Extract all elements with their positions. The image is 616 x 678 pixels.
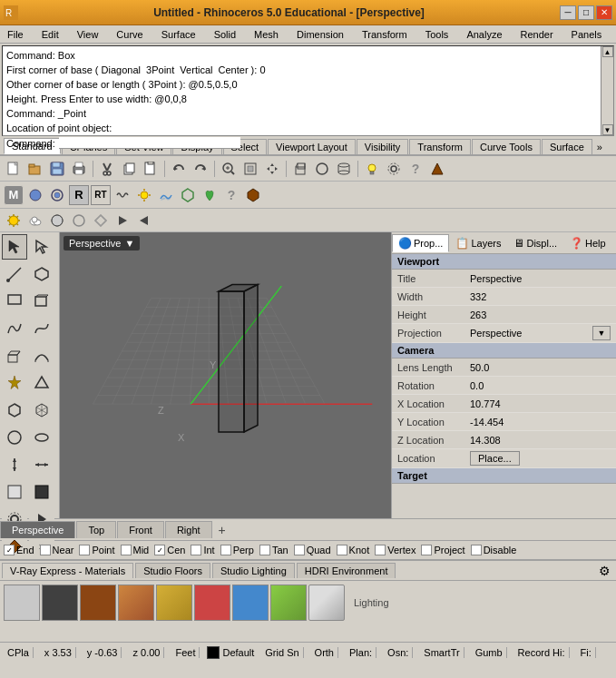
status-grid[interactable]: Grid Sn [261, 647, 303, 658]
vray-gear-button[interactable]: ⚙ [595, 562, 614, 580]
tb-m[interactable]: M [4, 185, 24, 205]
tb-undo[interactable] [169, 159, 189, 179]
menu-render[interactable]: Render [517, 28, 557, 41]
tb-water[interactable] [156, 185, 176, 205]
tool-polygon[interactable] [29, 261, 54, 287]
tool-rect4[interactable] [29, 479, 54, 505]
tb-cylinder[interactable] [334, 159, 354, 179]
mat-swatch-0[interactable] [4, 585, 40, 621]
status-filter[interactable]: Fi: [577, 647, 596, 658]
tb-play[interactable] [112, 211, 132, 231]
tb-cloud[interactable] [25, 211, 45, 231]
snap-vertex[interactable]: Vertex [375, 545, 416, 555]
vp-tab-right[interactable]: Right [165, 521, 212, 538]
tb-help2[interactable]: ? [221, 185, 241, 205]
tb-print[interactable] [69, 159, 89, 179]
tb-redo[interactable] [191, 159, 210, 179]
tb-copy[interactable] [119, 159, 139, 179]
tb-zoom[interactable] [219, 159, 239, 179]
properties-gear-button[interactable]: ⚙ [612, 234, 616, 252]
tb-diamond[interactable] [91, 211, 111, 231]
snap-end[interactable]: End [4, 545, 34, 555]
vp-tab-perspective[interactable]: Perspective [0, 521, 75, 538]
tool-select[interactable] [2, 234, 27, 260]
snap-project-checkbox[interactable] [421, 545, 432, 555]
tool-arrow-h[interactable] [29, 452, 54, 477]
viewport-perspective[interactable]: Perspective ▼ [60, 232, 391, 518]
menu-analyze[interactable]: Analyze [463, 28, 505, 41]
snap-int-checkbox[interactable] [191, 545, 201, 555]
prop-tab-display[interactable]: 🖥 Displ... [507, 234, 563, 252]
menu-tools[interactable]: Tools [422, 28, 453, 41]
snap-disable-checkbox[interactable] [471, 545, 482, 555]
tool-rect[interactable] [2, 289, 27, 314]
tb-pan[interactable] [262, 159, 282, 179]
tb-settings[interactable] [384, 159, 404, 179]
tool-circle[interactable] [2, 425, 27, 450]
tb-open[interactable] [25, 159, 45, 179]
menu-dimension[interactable]: Dimension [293, 28, 347, 41]
projection-dropdown[interactable]: ▼ [592, 326, 611, 340]
status-gumball[interactable]: Gumb [472, 647, 507, 658]
command-scrollbar[interactable]: ▲ ▼ [601, 46, 613, 135]
tool-select2[interactable] [29, 234, 54, 260]
menu-panels[interactable]: Panels [568, 28, 606, 41]
snap-tan-checkbox[interactable] [259, 545, 270, 555]
snap-quad-checkbox[interactable] [294, 545, 305, 555]
mat-swatch-7[interactable] [270, 585, 307, 621]
snap-perp-checkbox[interactable] [220, 545, 231, 555]
tb-ball[interactable] [47, 211, 67, 231]
tb-new[interactable] [4, 159, 24, 179]
tool-extrude2[interactable] [29, 343, 54, 368]
tb-paste[interactable] [141, 159, 161, 179]
tool-extrude[interactable] [2, 343, 27, 368]
minimize-button[interactable]: ─ [560, 5, 576, 20]
mat-swatch-8[interactable] [308, 585, 345, 621]
tb-help[interactable]: ? [406, 159, 425, 179]
tool-hex2[interactable] [29, 398, 54, 423]
tool-line[interactable] [2, 261, 27, 287]
menu-view[interactable]: View [73, 28, 103, 41]
tool-rect2[interactable] [29, 289, 54, 314]
tool-arrow-v[interactable] [2, 452, 27, 477]
snap-mid[interactable]: Mid [121, 545, 150, 555]
snap-perp[interactable]: Perp [220, 545, 254, 555]
snap-mid-checkbox[interactable] [121, 545, 132, 555]
vray-tab-lighting[interactable]: Studio Lighting [212, 563, 295, 578]
tb-circle3[interactable] [69, 211, 89, 231]
tb-rt[interactable]: RT [91, 185, 111, 205]
command-input[interactable] [59, 137, 240, 149]
tb-light[interactable] [362, 159, 382, 179]
mat-swatch-5[interactable] [194, 585, 230, 621]
snap-point-checkbox[interactable] [79, 545, 90, 555]
tb-box[interactable] [290, 159, 310, 179]
tb-sun2[interactable] [4, 211, 24, 231]
tb-cut[interactable] [97, 159, 117, 179]
viewport-label[interactable]: Perspective ▼ [64, 236, 140, 251]
tb-wavy[interactable] [112, 185, 132, 205]
tb-circle1[interactable] [25, 185, 45, 205]
mat-swatch-3[interactable] [118, 585, 154, 621]
snap-cen-checkbox[interactable] [154, 545, 165, 555]
mat-swatch-2[interactable] [80, 585, 116, 621]
maximize-button[interactable]: □ [578, 5, 594, 20]
vp-add-button[interactable]: + [213, 520, 231, 540]
menu-edit[interactable]: Edit [38, 28, 63, 41]
snap-point[interactable]: Point [79, 545, 114, 555]
snap-project[interactable]: Project [421, 545, 464, 555]
status-plan[interactable]: Plan: [346, 647, 376, 658]
snap-knot-checkbox[interactable] [337, 545, 347, 555]
snap-near-checkbox[interactable] [40, 545, 51, 555]
vp-tab-front[interactable]: Front [117, 521, 164, 538]
mat-swatch-6[interactable] [232, 585, 269, 621]
vray-tab-floors[interactable]: Studio Floors [135, 563, 210, 578]
mat-swatch-1[interactable] [42, 585, 78, 621]
snap-disable[interactable]: Disable [471, 545, 517, 555]
tb-hex2[interactable] [243, 185, 263, 205]
vray-tab-hdri[interactable]: HDRI Environment [297, 563, 396, 578]
menu-surface[interactable]: Surface [158, 28, 200, 41]
tb-save[interactable] [47, 159, 67, 179]
properties-scroll[interactable]: Viewport Title Perspective Width 332 Hei… [392, 254, 616, 518]
status-record[interactable]: Record Hi: [514, 647, 570, 658]
tb-circle2[interactable] [47, 185, 67, 205]
